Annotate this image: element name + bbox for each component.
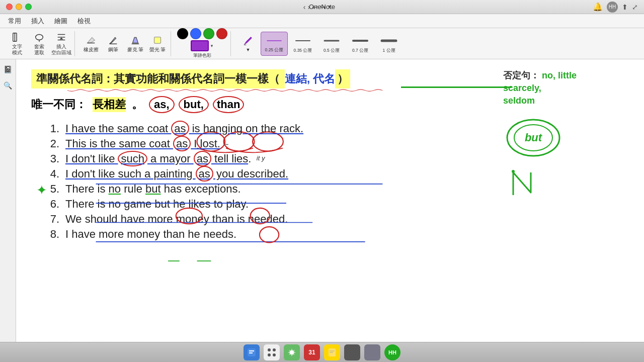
subtitle-dot: 。 [132,97,143,112]
lasso-button[interactable]: 套索選取 [29,32,49,56]
marker-label: 麥克 筆 [127,47,144,53]
pen-tool-active[interactable]: ▼ [237,32,259,56]
color-green[interactable] [203,28,214,39]
pen-label: 鋼筆 [108,47,118,53]
dock-app6[interactable] [344,344,360,360]
pen-size-section: ▼ 0.25 公厘 0.35 公厘 0.5 公厘 [234,31,406,56]
s1-as-circle: as [171,121,189,136]
sentence-8: I have more money than he needs. [65,228,236,241]
dock-launchpad[interactable] [264,344,280,360]
but-annotation: but [503,113,614,160]
s2-underlined: This is the same coat as I lost. [65,136,220,151]
pen-size-025[interactable]: 0.25 公厘 [261,32,288,56]
list-num-1: 1. [41,122,59,135]
highlighter-button[interactable]: 螢光 筆 [147,32,168,56]
conj-but: but, [179,96,209,113]
search-icon[interactable]: 🔍 [2,79,14,92]
menu-draw[interactable]: 繪圖 [50,15,71,27]
size-07-label: 0.7 公厘 [352,48,368,54]
list-num-8: 8. [41,228,59,241]
stroke-color-label: 筆跡色彩 [193,52,211,59]
size-035-label: 0.35 公厘 [294,48,312,54]
n-annotation [503,165,614,202]
pen-size-05[interactable]: 0.5 公厘 [318,32,345,56]
toolbar: 文字模式 套索選取 插入空白區域 橡皮擦 [0,28,644,59]
main-content: it y 準關係代名詞：其實功能和關係代名詞一模一樣（ [16,59,644,342]
menu-insert[interactable]: 插入 [27,15,48,27]
pen-dropdown-arrow[interactable]: ▼ [246,47,251,52]
dock-app7[interactable] [364,344,380,360]
selected-color-block[interactable] [191,40,209,51]
sentence-6: There is no game but he likes to play. [65,198,249,211]
pen-size-035[interactable]: 0.35 公厘 [289,32,316,56]
dock-calendar[interactable]: 31 [304,344,320,360]
eraser-label: 橡皮擦 [84,47,99,53]
dock-finder[interactable] [244,344,260,360]
close-button[interactable] [6,4,13,10]
sentence-5: There is no rule but has exceptions. [65,183,241,196]
s2-tilde: ~ [223,139,229,149]
conj-as: as, [149,96,175,113]
dock-app8[interactable]: HH [384,344,400,360]
maximize-button[interactable] [25,4,32,10]
dock-photos[interactable] [284,344,300,360]
svg-point-32 [512,170,515,173]
text-mode-label: 文字模式 [12,44,22,56]
s3-as-circle: as [194,151,211,166]
color-blue[interactable] [190,28,201,39]
pen-size-07[interactable]: 0.7 公厘 [347,32,374,56]
conj-than: than [213,96,244,113]
sentence-2: This is the same coat as I lost. ~ [65,137,229,150]
neg-no: no, little [542,70,577,80]
svg-point-38 [268,353,271,356]
color-dropdown-arrow[interactable]: ▼ [210,44,214,48]
svg-point-37 [273,348,276,351]
drawing-tools: 橡皮擦 鋼筆 麥克 筆 螢光 筆 [78,31,171,56]
insert-space-button[interactable]: 插入空白區域 [51,32,71,56]
sentence-3: I don't like such a mayor as tell lies. [65,152,251,165]
back-button[interactable]: ‹ [303,3,306,11]
list-num-6: 6. [41,198,59,211]
menu-view[interactable]: 檢視 [73,15,95,27]
marker-button[interactable]: 麥克 筆 [125,32,145,56]
svg-point-2 [36,34,43,40]
user-avatar[interactable]: HH [607,2,618,13]
negative-annotation: 否定句： no, little scarcely, seldom [503,69,614,108]
menu-regular[interactable]: 常用 [4,15,25,27]
title-right: 🔔 HH ⬆ ⤢ [593,2,638,13]
color-red[interactable] [216,28,227,39]
sidebar: 📓 🔍 [0,59,16,342]
color-section: ▼ 筆跡色彩 [174,31,231,56]
s2-as-circle: as [173,136,191,151]
menu-bar: 常用 插入 繪圖 檢視 [0,14,644,28]
eraser-button[interactable]: 橡皮擦 [81,32,101,56]
s1-underlined: I have the same coat as is hanging on th… [65,121,303,136]
svg-point-36 [268,348,271,351]
pen-button[interactable]: 鋼筆 [103,32,123,56]
dock: 31 HH [0,342,644,362]
note-area: it y 準關係代名詞：其實功能和關係代名詞一模一樣（ [31,69,629,332]
svg-rect-35 [249,352,253,353]
neg-label: 否定句： [503,70,539,80]
size-1-label: 1 公厘 [382,48,395,54]
s3-underlined: I don't like such a mayor as tell lies [65,151,248,166]
notebook-icon[interactable]: 📓 [2,63,14,75]
dock-notes[interactable] [324,344,340,360]
minimize-button[interactable] [16,4,22,10]
sentence-1: I have the same coat as is hanging on th… [65,122,303,135]
insert-space-label: 插入空白區域 [51,44,71,56]
subtitle-text: 唯一不同： [31,97,87,112]
text-mode-button[interactable]: 文字模式 [7,32,27,56]
svg-point-39 [273,353,276,356]
title-bar: ‹ › ↩ ↪ ▾ OneNote 🔔 HH ⬆ ⤢ [0,0,644,14]
expand-icon[interactable]: ⤢ [632,3,638,11]
color-black[interactable] [177,28,188,39]
share-icon[interactable]: ⬆ [622,3,628,11]
s5-no: no [109,183,121,195]
bell-icon[interactable]: 🔔 [593,2,603,12]
star-icon: ✦ [36,183,47,198]
pen-size-1[interactable]: 1 公厘 [375,32,403,56]
subtitle-diff: 長相差 [93,97,126,112]
list-num-3: 3. [41,152,59,165]
green-underline-title [401,86,512,88]
